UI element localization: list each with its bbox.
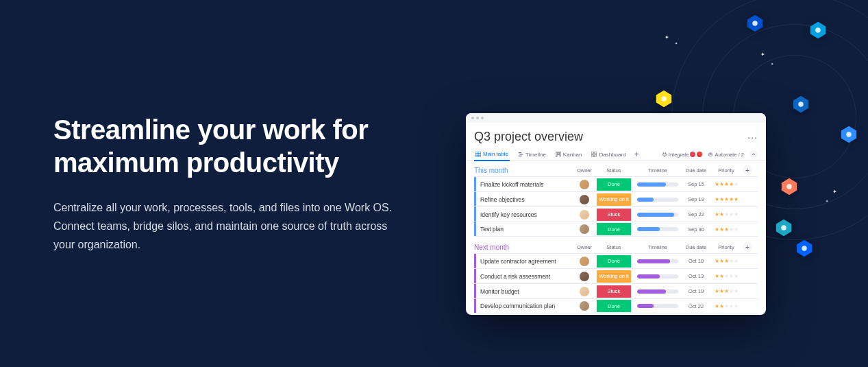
duedate-cell[interactable]: Sep 30 bbox=[682, 226, 710, 233]
timeline-cell[interactable] bbox=[633, 213, 682, 217]
collapse-button[interactable] bbox=[749, 150, 758, 158]
priority-cell[interactable]: ★★★★★ bbox=[710, 288, 743, 294]
owner-cell[interactable] bbox=[574, 179, 595, 190]
task-row[interactable]: Refine objectives Working on it Sep 19 ★… bbox=[474, 191, 758, 206]
task-name[interactable]: Develop communication plan bbox=[476, 303, 574, 309]
star-icon: ★ bbox=[719, 258, 724, 264]
duedate-cell[interactable]: Oct 19 bbox=[682, 288, 710, 294]
svg-point-15 bbox=[710, 154, 710, 155]
status-cell[interactable]: Stuck bbox=[595, 285, 633, 298]
task-row[interactable]: Identify key resources Stuck Sep 22 ★★★★… bbox=[474, 206, 758, 222]
tab-dashboard[interactable]: Dashboard bbox=[590, 149, 627, 161]
star-icon: ★ bbox=[715, 196, 719, 202]
tab-label: Dashboard bbox=[599, 152, 625, 158]
tab-kanban[interactable]: Kanban bbox=[554, 149, 584, 161]
tab-main-table[interactable]: Main table bbox=[474, 148, 510, 161]
task-name[interactable]: Finalize kickoff materials bbox=[476, 181, 574, 188]
status-cell[interactable]: Working on it bbox=[595, 193, 633, 206]
group-title[interactable]: This month bbox=[474, 167, 574, 174]
duedate-cell[interactable]: Sep 22 bbox=[682, 211, 710, 217]
status-cell[interactable]: Done bbox=[595, 255, 633, 268]
timeline-cell[interactable] bbox=[633, 274, 682, 279]
timeline-cell[interactable] bbox=[633, 227, 682, 231]
task-name[interactable]: Conduct a risk assessment bbox=[476, 273, 574, 280]
timeline-cell[interactable] bbox=[633, 304, 682, 308]
duedate-cell[interactable]: Oct 22 bbox=[682, 303, 710, 309]
priority-cell[interactable]: ★★★★★ bbox=[710, 181, 743, 187]
priority-cell[interactable]: ★★★★★ bbox=[710, 196, 743, 202]
status-cell[interactable]: Stuck bbox=[595, 209, 633, 221]
star-icon: ★ bbox=[734, 303, 739, 309]
star-icon: ★ bbox=[734, 258, 739, 264]
timeline-fill bbox=[637, 289, 666, 294]
task-row[interactable]: Develop communication plan Done Oct 22 ★… bbox=[474, 298, 758, 313]
owner-cell[interactable] bbox=[574, 300, 595, 311]
timeline-cell[interactable] bbox=[633, 182, 682, 187]
status-cell[interactable]: Done bbox=[595, 300, 633, 312]
priority-cell[interactable]: ★★★★★ bbox=[710, 211, 743, 217]
star-icon: ★ bbox=[729, 181, 734, 187]
duedate-cell[interactable]: Sep 15 bbox=[682, 181, 710, 187]
duedate-cell[interactable]: Oct 13 bbox=[682, 273, 710, 279]
board-menu-button[interactable]: ··· bbox=[747, 132, 758, 143]
window-max-dot[interactable] bbox=[481, 117, 484, 119]
plug-icon bbox=[662, 152, 667, 157]
task-name[interactable]: Refine objectives bbox=[476, 196, 574, 203]
svg-rect-14 bbox=[709, 153, 712, 156]
task-row[interactable]: Finalize kickoff materials Done Sep 15 ★… bbox=[474, 176, 758, 191]
window-min-dot[interactable] bbox=[476, 117, 479, 119]
col-header-duedate: Due date bbox=[682, 244, 710, 250]
priority-cell[interactable]: ★★★★★ bbox=[710, 273, 743, 279]
task-group: This month Owner Status Timeline Due dat… bbox=[466, 161, 766, 238]
col-header-status: Status bbox=[595, 167, 633, 174]
star-icon: ★ bbox=[724, 258, 729, 264]
task-name[interactable]: Monitor budget bbox=[476, 288, 574, 295]
window-close-dot[interactable] bbox=[471, 117, 474, 119]
task-row[interactable]: Update contractor agreement Done Oct 10 … bbox=[474, 253, 758, 268]
owner-cell[interactable] bbox=[574, 286, 595, 297]
owner-cell[interactable] bbox=[574, 224, 595, 235]
owner-cell[interactable] bbox=[574, 271, 595, 282]
timeline-icon bbox=[518, 152, 523, 157]
task-row[interactable]: Monitor budget Stuck Oct 19 ★★★★★ bbox=[474, 283, 758, 298]
duedate-cell[interactable]: Oct 10 bbox=[682, 258, 710, 264]
timeline-cell[interactable] bbox=[633, 259, 682, 263]
star-icon: ★ bbox=[729, 273, 734, 279]
timeline-cell[interactable] bbox=[633, 198, 682, 202]
avatar bbox=[579, 300, 590, 311]
status-cell[interactable]: Done bbox=[595, 223, 633, 235]
add-tab-button[interactable]: + bbox=[634, 150, 639, 159]
integrate-button[interactable]: Integrate bbox=[662, 152, 703, 158]
priority-cell[interactable]: ★★★★★ bbox=[710, 258, 743, 264]
timeline-fill bbox=[637, 304, 654, 308]
tab-timeline[interactable]: Timeline bbox=[517, 149, 547, 161]
timeline-bar bbox=[637, 274, 678, 279]
col-header-priority: Priority bbox=[710, 167, 743, 174]
duedate-cell[interactable]: Sep 19 bbox=[682, 196, 710, 202]
board-title: Q3 project overview bbox=[474, 130, 583, 144]
add-column-button[interactable]: + bbox=[743, 165, 752, 175]
task-name[interactable]: Test plan bbox=[476, 226, 574, 233]
owner-cell[interactable] bbox=[574, 194, 595, 205]
task-row[interactable]: Test plan Done Sep 30 ★★★★★ bbox=[474, 222, 758, 237]
priority-cell[interactable]: ★★★★★ bbox=[710, 226, 743, 233]
priority-cell[interactable]: ★★★★★ bbox=[710, 303, 743, 309]
add-column-button[interactable]: + bbox=[743, 242, 752, 252]
task-name[interactable]: Identify key resources bbox=[476, 211, 574, 218]
status-badge: Working on it bbox=[597, 193, 631, 206]
status-cell[interactable]: Done bbox=[595, 178, 633, 191]
owner-cell[interactable] bbox=[574, 209, 595, 220]
avatar bbox=[579, 271, 590, 282]
owner-cell[interactable] bbox=[574, 256, 595, 267]
timeline-cell[interactable] bbox=[633, 289, 682, 294]
timeline-bar bbox=[637, 259, 678, 263]
task-row[interactable]: Conduct a risk assessment Working on it … bbox=[474, 268, 758, 283]
star-icon: ★ bbox=[729, 196, 734, 202]
status-cell[interactable]: Working on it bbox=[595, 270, 633, 283]
star-icon: ★ bbox=[724, 303, 729, 309]
automate-button[interactable]: Automate / 2 bbox=[708, 152, 744, 158]
timeline-fill bbox=[637, 274, 660, 279]
task-name[interactable]: Update contractor agreement bbox=[476, 258, 574, 265]
group-title[interactable]: Next month bbox=[474, 244, 574, 251]
svg-point-16 bbox=[711, 154, 712, 155]
